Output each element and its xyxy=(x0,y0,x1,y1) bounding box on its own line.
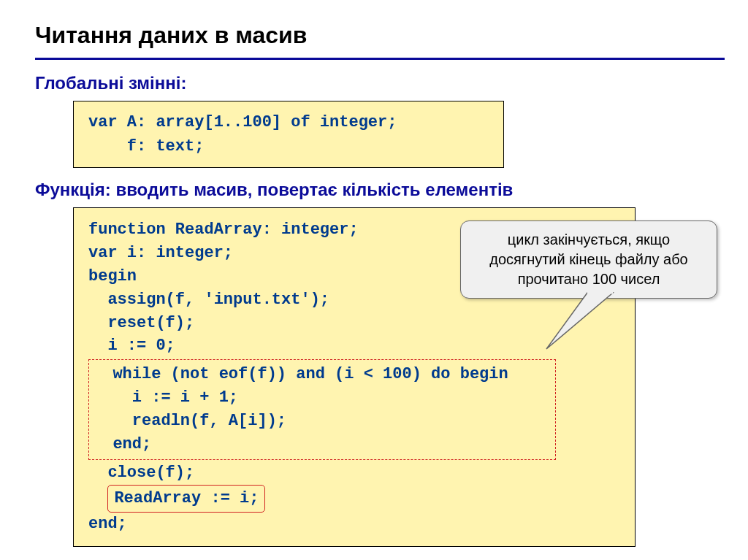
code-tail: end; xyxy=(88,515,127,533)
section-global-vars: Глобальні змінні: xyxy=(0,73,748,93)
title-underline xyxy=(35,58,725,60)
section-function: Функція: вводить масив, повертає кількіс… xyxy=(0,180,748,200)
code-head: function ReadArray: integer; var i: inte… xyxy=(88,220,359,355)
svg-marker-0 xyxy=(546,293,613,349)
code-after-while: close(f); xyxy=(88,464,194,482)
callout-bubble: цикл закінчується, якщо досягнутий кінец… xyxy=(460,220,717,299)
while-loop-highlight: while (not eof(f)) and (i < 100) do begi… xyxy=(88,359,556,460)
slide-title: Читання даних в масив xyxy=(0,22,748,58)
readarray-return-highlight: ReadArray := i; xyxy=(107,485,265,513)
code-box-globals: var A: array[1..100] of integer; f: text… xyxy=(73,101,504,168)
